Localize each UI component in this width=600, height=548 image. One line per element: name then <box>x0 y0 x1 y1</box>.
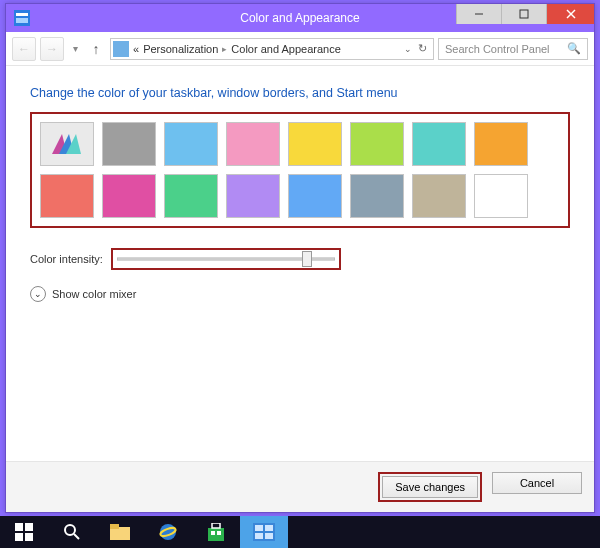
svg-rect-11 <box>25 523 33 531</box>
svg-line-15 <box>74 534 79 539</box>
up-button[interactable]: ↑ <box>86 39 106 59</box>
breadcrumb-current[interactable]: Color and Appearance <box>231 43 340 55</box>
svg-rect-20 <box>208 528 224 541</box>
svg-rect-12 <box>15 533 23 541</box>
content-area: Change the color of your taskbar, window… <box>6 66 594 461</box>
color-swatch[interactable] <box>288 122 342 166</box>
intensity-slider-highlight <box>111 248 341 270</box>
window-controls <box>456 4 594 24</box>
color-swatch[interactable] <box>102 122 156 166</box>
search-input[interactable]: Search Control Panel 🔍 <box>438 38 588 60</box>
color-mixer-toggle[interactable]: ⌄ Show color mixer <box>30 286 570 302</box>
svg-rect-28 <box>265 533 273 539</box>
chevron-down-icon: ⌄ <box>30 286 46 302</box>
svg-rect-13 <box>25 533 33 541</box>
svg-rect-4 <box>520 10 528 18</box>
svg-rect-17 <box>110 524 119 529</box>
up-arrow-icon: ↑ <box>93 41 100 57</box>
back-arrow-icon: ← <box>18 42 30 56</box>
taskbar-search-icon[interactable] <box>48 516 96 548</box>
save-button-highlight: Save changes <box>378 472 482 502</box>
search-placeholder: Search Control Panel <box>445 43 550 55</box>
svg-rect-10 <box>15 523 23 531</box>
svg-rect-22 <box>211 531 215 535</box>
forward-button[interactable]: → <box>40 37 64 61</box>
window: Color and Appearance ← → ▾ ↑ « Personali… <box>5 3 595 513</box>
footer: Save changes Cancel <box>6 461 594 512</box>
slider-thumb[interactable] <box>302 251 312 267</box>
svg-point-14 <box>65 525 75 535</box>
color-swatch-grid <box>30 112 570 228</box>
color-swatch[interactable] <box>164 174 218 218</box>
breadcrumb: « Personalization ▸ Color and Appearance <box>133 43 341 55</box>
minimize-button[interactable] <box>456 4 501 24</box>
cancel-button[interactable]: Cancel <box>492 472 582 494</box>
color-swatch[interactable] <box>226 174 280 218</box>
maximize-button[interactable] <box>501 4 546 24</box>
titlebar[interactable]: Color and Appearance <box>6 4 594 32</box>
svg-rect-27 <box>255 533 263 539</box>
back-button[interactable]: ← <box>12 37 36 61</box>
svg-rect-2 <box>16 18 28 23</box>
search-icon: 🔍 <box>567 42 581 55</box>
chevron-right-icon: ▸ <box>222 44 227 54</box>
breadcrumb-pre: « <box>133 43 139 55</box>
taskbar <box>0 516 600 548</box>
mixer-label: Show color mixer <box>52 288 136 300</box>
svg-rect-21 <box>212 523 220 528</box>
window-icon <box>14 10 30 26</box>
intensity-slider[interactable] <box>117 251 335 267</box>
svg-rect-26 <box>265 525 273 531</box>
color-swatch[interactable] <box>474 122 528 166</box>
intensity-row: Color intensity: <box>30 248 570 270</box>
svg-rect-1 <box>16 13 28 16</box>
breadcrumb-parent[interactable]: Personalization <box>143 43 218 55</box>
address-bar[interactable]: « Personalization ▸ Color and Appearance… <box>110 38 434 60</box>
navbar: ← → ▾ ↑ « Personalization ▸ Color and Ap… <box>6 32 594 66</box>
color-swatch[interactable] <box>164 122 218 166</box>
start-button[interactable] <box>0 516 48 548</box>
history-dropdown[interactable]: ▾ <box>68 43 82 54</box>
location-icon <box>113 41 129 57</box>
color-swatch[interactable] <box>288 174 342 218</box>
close-button[interactable] <box>546 4 594 24</box>
svg-rect-23 <box>217 531 221 535</box>
color-swatch[interactable] <box>474 174 528 218</box>
address-dropdown-icon[interactable]: ⌄ <box>404 44 412 54</box>
save-button[interactable]: Save changes <box>382 476 478 498</box>
taskbar-control-panel-icon[interactable] <box>240 516 288 548</box>
color-swatch[interactable] <box>412 122 466 166</box>
taskbar-store-icon[interactable] <box>192 516 240 548</box>
taskbar-explorer-icon[interactable] <box>96 516 144 548</box>
address-right: ⌄ ↻ <box>404 42 431 55</box>
color-swatch[interactable] <box>350 174 404 218</box>
color-swatch[interactable] <box>40 174 94 218</box>
intensity-label: Color intensity: <box>30 253 103 265</box>
taskbar-ie-icon[interactable] <box>144 516 192 548</box>
color-swatch[interactable] <box>350 122 404 166</box>
window-title: Color and Appearance <box>240 11 359 25</box>
color-swatch[interactable] <box>412 174 466 218</box>
forward-arrow-icon: → <box>46 42 58 56</box>
page-heading: Change the color of your taskbar, window… <box>30 86 570 100</box>
color-swatch-automatic[interactable] <box>40 122 94 166</box>
refresh-icon[interactable]: ↻ <box>418 42 427 55</box>
color-swatch[interactable] <box>226 122 280 166</box>
color-swatch[interactable] <box>102 174 156 218</box>
svg-rect-25 <box>255 525 263 531</box>
